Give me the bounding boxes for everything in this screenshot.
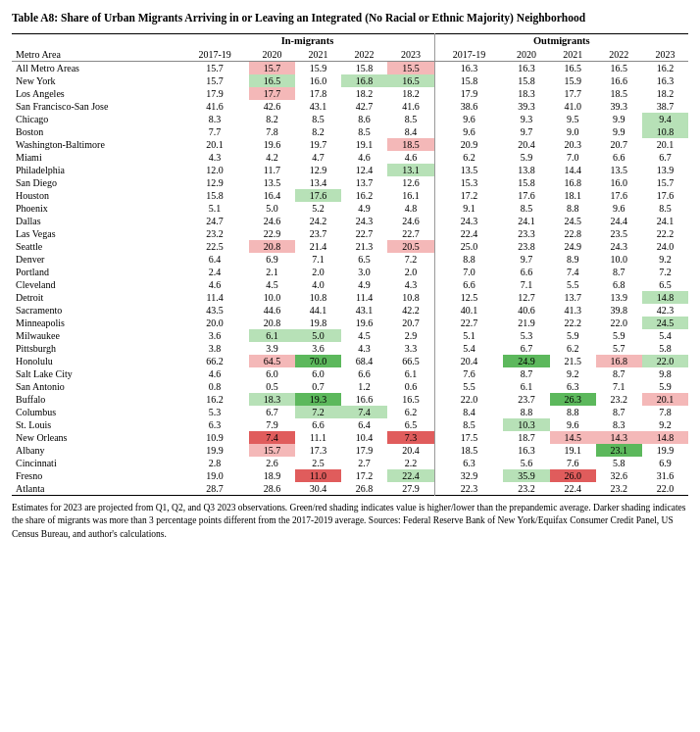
in-migrant-value: 20.8: [249, 317, 295, 329]
in-migrant-value: 64.5: [249, 355, 295, 367]
out-migrant-value: 13.5: [596, 164, 642, 176]
metro-name-cell: Minneapolis: [12, 317, 180, 329]
out-migrant-value: 23.1: [596, 444, 642, 457]
table-row: Houston15.816.417.616.216.117.217.618.11…: [12, 189, 688, 202]
out-migrant-value: 16.0: [596, 176, 642, 189]
in-migrant-value: 7.2: [295, 406, 341, 418]
out-migrant-value: 5.6: [503, 457, 549, 469]
in-migrant-value: 4.6: [180, 367, 249, 380]
in-migrant-value: 3.6: [295, 342, 341, 355]
out-migrant-value: 8.5: [642, 202, 688, 215]
in-migrant-value: 7.2: [387, 253, 434, 266]
out-migrant-value: 22.2: [642, 227, 688, 240]
out-migrant-value: 13.5: [434, 164, 503, 176]
metro-name-cell: Washington-Baltimore: [12, 138, 180, 151]
table-row: Portland2.42.12.03.02.07.06.67.48.77.2: [12, 266, 688, 278]
out-migrant-value: 5.3: [503, 329, 549, 342]
in-2023-header: 2023: [387, 48, 434, 62]
out-migrant-value: 20.1: [642, 393, 688, 406]
in-migrant-value: 2.9: [387, 329, 434, 342]
out-migrant-value: 5.9: [550, 329, 596, 342]
inmigrants-header: In-migrants: [180, 34, 434, 49]
out-migrant-value: 20.1: [642, 138, 688, 151]
out-migrant-value: 17.5: [434, 431, 503, 444]
out-migrant-value: 7.1: [596, 380, 642, 393]
in-migrant-value: 3.6: [180, 329, 249, 342]
in-2021-header: 2021: [295, 48, 341, 62]
out-migrant-value: 9.2: [642, 253, 688, 266]
table-row: Dallas24.724.624.224.324.624.324.124.524…: [12, 215, 688, 227]
out-migrant-value: 5.9: [642, 380, 688, 393]
in-migrant-value: 8.2: [249, 113, 295, 125]
out-migrant-value: 9.6: [596, 202, 642, 215]
out-migrant-value: 7.6: [550, 457, 596, 469]
out-migrant-value: 18.2: [642, 87, 688, 100]
out-migrant-value: 15.8: [503, 176, 549, 189]
in-migrant-value: 3.0: [341, 266, 387, 278]
table-row: Seattle22.520.821.421.320.525.023.824.92…: [12, 240, 688, 253]
in-migrant-value: 13.7: [341, 176, 387, 189]
in-migrant-value: 12.6: [387, 176, 434, 189]
in-migrant-value: 17.8: [295, 87, 341, 100]
in-migrant-value: 68.4: [341, 355, 387, 367]
out-migrant-value: 26.3: [550, 393, 596, 406]
out-migrant-value: 5.4: [434, 342, 503, 355]
in-migrant-value: 5.0: [295, 329, 341, 342]
in-migrant-value: 13.5: [249, 176, 295, 189]
out-migrant-value: 16.3: [434, 62, 503, 75]
out-migrant-value: 20.3: [550, 138, 596, 151]
table-title: Table A8: Share of Urban Migrants Arrivi…: [12, 10, 688, 25]
out-migrant-value: 9.0: [550, 125, 596, 138]
table-row: Honolulu66.264.570.068.466.520.424.921.5…: [12, 355, 688, 367]
out-migrant-value: 16.6: [596, 74, 642, 87]
out-migrant-value: 18.5: [596, 87, 642, 100]
out-migrant-value: 9.6: [434, 113, 503, 125]
metro-name-cell: New Orleans: [12, 431, 180, 444]
in-migrant-value: 42.7: [341, 100, 387, 113]
in-migrant-value: 5.0: [249, 202, 295, 215]
in-migrant-value: 42.2: [387, 304, 434, 317]
out-migrant-value: 16.3: [642, 74, 688, 87]
out-2017-header: 2017-19: [434, 48, 503, 62]
group-header-row: In-migrants Outmigrants: [12, 34, 688, 49]
metro-name-cell: San Francisco-San Jose: [12, 100, 180, 113]
metro-name-cell: Las Vegas: [12, 227, 180, 240]
in-migrant-value: 24.6: [387, 215, 434, 227]
out-migrant-value: 38.6: [434, 100, 503, 113]
in-migrant-value: 2.6: [249, 457, 295, 469]
out-migrant-value: 8.7: [596, 266, 642, 278]
in-migrant-value: 2.2: [387, 457, 434, 469]
metro-name-cell: Milwaukee: [12, 329, 180, 342]
out-migrant-value: 8.9: [550, 253, 596, 266]
out-migrant-value: 41.3: [550, 304, 596, 317]
out-migrant-value: 18.5: [434, 444, 503, 457]
in-migrant-value: 44.1: [295, 304, 341, 317]
out-migrant-value: 17.6: [642, 189, 688, 202]
out-migrant-value: 16.3: [503, 62, 549, 75]
in-migrant-value: 22.4: [387, 469, 434, 482]
out-migrant-value: 16.5: [550, 62, 596, 75]
table-row: Fresno19.018.911.017.222.432.935.926.032…: [12, 469, 688, 482]
metro-name-cell: All Metro Areas: [12, 62, 180, 75]
metro-name-cell: Boston: [12, 125, 180, 138]
out-migrant-value: 17.2: [434, 189, 503, 202]
out-migrant-value: 7.8: [642, 406, 688, 418]
metro-name-cell: Philadelphia: [12, 164, 180, 176]
out-migrant-value: 7.6: [434, 367, 503, 380]
metro-name-cell: Pittsburgh: [12, 342, 180, 355]
in-migrant-value: 6.5: [341, 253, 387, 266]
in-migrant-value: 23.2: [180, 227, 249, 240]
in-migrant-value: 10.0: [249, 291, 295, 304]
in-migrant-value: 18.9: [249, 469, 295, 482]
metro-name-cell: Fresno: [12, 469, 180, 482]
in-migrant-value: 4.9: [341, 202, 387, 215]
table-row: Cleveland4.64.54.04.94.36.67.15.56.86.5: [12, 278, 688, 291]
out-migrant-value: 18.7: [503, 431, 549, 444]
out-migrant-value: 20.7: [596, 138, 642, 151]
in-migrant-value: 4.7: [295, 151, 341, 164]
out-migrant-value: 23.2: [596, 393, 642, 406]
out-migrant-value: 9.2: [550, 367, 596, 380]
out-migrant-value: 8.7: [596, 406, 642, 418]
in-migrant-value: 27.9: [387, 482, 434, 496]
in-migrant-value: 20.7: [387, 317, 434, 329]
